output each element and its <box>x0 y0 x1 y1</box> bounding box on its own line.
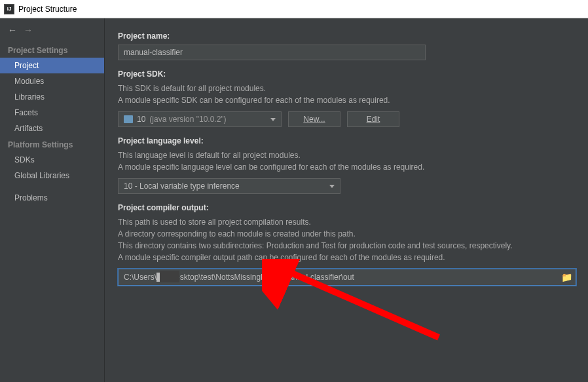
browse-folder-icon[interactable]: 📁 <box>561 272 572 282</box>
language-level-dropdown[interactable]: 10 - Local variable type inference <box>118 178 340 194</box>
sidebar-item-facets[interactable]: Facets <box>0 105 104 121</box>
project-name-label: Project name: <box>118 31 575 41</box>
main-panel: Project name: Project SDK: This SDK is d… <box>105 18 588 382</box>
new-sdk-button[interactable]: New... <box>288 111 340 127</box>
edit-sdk-button[interactable]: Edit <box>347 111 399 127</box>
compiler-output-input[interactable] <box>118 269 576 286</box>
window-title: Project Structure <box>18 5 77 14</box>
sdk-description-2: A module specific SDK can be configured … <box>118 94 575 106</box>
forward-arrow-icon: → <box>24 25 33 35</box>
sdk-number: 10 <box>137 115 145 124</box>
project-name-input[interactable] <box>118 45 426 60</box>
titlebar: IJ Project Structure <box>0 0 588 18</box>
sidebar-item-libraries[interactable]: Libraries <box>0 89 104 105</box>
language-level-value: 10 - Local variable type inference <box>124 181 240 191</box>
language-level-label: Project language level: <box>118 136 575 145</box>
output-description-1: This path is used to store all project c… <box>118 216 575 228</box>
compiler-output-label: Project compiler output: <box>118 203 575 212</box>
sidebar-item-sdks[interactable]: SDKs <box>0 152 104 168</box>
output-description-3: This directory contains two subdirectori… <box>118 240 575 252</box>
lang-description-2: A module specific language level can be … <box>118 161 575 173</box>
output-description-4: A module specific compiler output path c… <box>118 252 575 263</box>
sdk-version: (java version "10.0.2") <box>149 115 226 124</box>
app-icon: IJ <box>4 4 14 14</box>
sidebar-item-global-libraries[interactable]: Global Libraries <box>0 168 104 183</box>
sidebar: ← → Project Settings Project Modules Lib… <box>0 18 105 382</box>
sidebar-item-problems[interactable]: Problems <box>0 190 104 206</box>
folder-icon <box>124 115 133 123</box>
sidebar-item-artifacts[interactable]: Artifacts <box>0 121 104 136</box>
sdk-dropdown[interactable]: 10 (java version "10.0.2") <box>118 111 282 127</box>
sidebar-item-modules[interactable]: Modules <box>0 73 104 89</box>
output-description-2: A directory corresponding to each module… <box>118 228 575 240</box>
back-arrow-icon[interactable]: ← <box>8 25 17 35</box>
nav-arrows: ← → <box>0 18 104 42</box>
chevron-down-icon <box>270 118 276 121</box>
sidebar-heading-platform-settings: Platform Settings <box>0 136 104 152</box>
sdk-description-1: This SDK is default for all project modu… <box>118 83 575 94</box>
lang-description-1: This language level is default for all p… <box>118 149 575 161</box>
chevron-down-icon <box>329 185 335 188</box>
sidebar-heading-project-settings: Project Settings <box>0 42 104 58</box>
project-sdk-label: Project SDK: <box>118 69 575 79</box>
sidebar-item-project[interactable]: Project <box>0 58 104 73</box>
